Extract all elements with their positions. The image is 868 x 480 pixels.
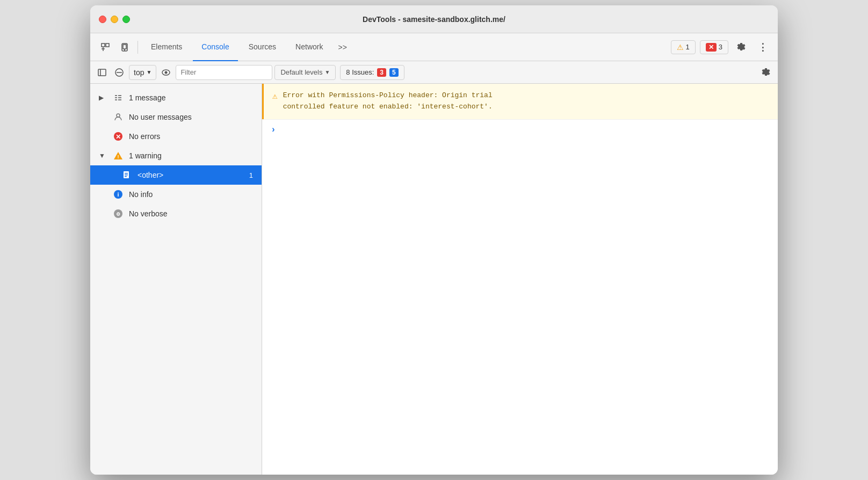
sidebar-item-verbose[interactable]: ⚙ No verbose: [90, 204, 262, 223]
warning-text: Error with Permissions-Policy header: Or…: [283, 90, 493, 113]
context-label: top: [134, 68, 144, 77]
warning-icon: !: [113, 150, 124, 161]
file-icon: [121, 170, 132, 180]
error-count: 3: [719, 43, 722, 51]
console-settings-button[interactable]: [758, 65, 773, 80]
chevron-down-icon-levels: ▼: [324, 69, 330, 75]
more-menu-button[interactable]: ⋮: [754, 39, 771, 56]
warning-count: 1: [686, 43, 690, 51]
list-icon: [113, 92, 124, 103]
svg-rect-27: [125, 176, 127, 177]
errors-label: No errors: [129, 132, 253, 141]
svg-rect-25: [125, 173, 128, 174]
expand-icon-warnings: ▼: [99, 152, 107, 159]
other-count: 1: [249, 171, 253, 179]
settings-button[interactable]: [733, 39, 750, 56]
tab-elements[interactable]: Elements: [142, 33, 191, 61]
tab-sources[interactable]: Sources: [240, 33, 285, 61]
svg-rect-26: [125, 174, 128, 176]
svg-text:!: !: [118, 154, 119, 159]
info-icon: i: [113, 189, 124, 200]
other-label: <other>: [138, 171, 244, 179]
svg-text:✕: ✕: [115, 133, 121, 141]
console-output: ⚠ Error with Permissions-Policy header: …: [262, 84, 778, 475]
prompt-arrow-icon: ›: [271, 125, 276, 135]
error-badge-btn[interactable]: ✕ 3: [700, 40, 728, 54]
verbose-icon: ⚙: [113, 208, 124, 219]
main-toolbar: Elements Console Sources Network >> ⚠ 1 …: [90, 33, 778, 61]
warning-icon: ⚠: [677, 43, 684, 52]
issues-label: 8 Issues:: [346, 68, 374, 76]
sidebar-item-messages[interactable]: ▶ 1 message: [90, 88, 262, 107]
issues-button[interactable]: 8 Issues: 3 5: [340, 65, 404, 80]
live-expression-button[interactable]: [158, 65, 173, 80]
warning-triangle-icon: ⚠: [272, 91, 278, 101]
sidebar-item-other[interactable]: <other> 1: [90, 165, 262, 185]
svg-rect-5: [123, 45, 126, 49]
device-icon[interactable]: [116, 39, 133, 56]
sidebar-item-info[interactable]: i No info: [90, 185, 262, 204]
messages-label: 1 message: [129, 93, 253, 102]
more-icon: ⋮: [758, 41, 768, 53]
console-toolbar: top ▼ Default levels ▼ 8 Issues: 3 5: [90, 61, 778, 84]
info-label: No info: [129, 190, 253, 199]
close-button[interactable]: [99, 16, 106, 23]
toolbar-divider: [138, 41, 138, 54]
tab-console[interactable]: Console: [193, 33, 237, 61]
chevron-down-icon: ▼: [146, 69, 151, 75]
devtools-window: DevTools - samesite-sandbox.glitch.me/ E…: [90, 5, 778, 475]
sidebar-toggle-button[interactable]: [95, 65, 110, 80]
inspect-icon[interactable]: [97, 39, 114, 56]
traffic-lights: [99, 16, 130, 23]
clear-console-button[interactable]: [112, 65, 127, 80]
filter-input[interactable]: [176, 65, 272, 80]
tab-network[interactable]: Network: [287, 33, 331, 61]
log-levels-dropdown[interactable]: Default levels ▼: [274, 65, 336, 80]
user-messages-label: No user messages: [129, 113, 253, 121]
issues-error-count: 3: [377, 68, 386, 77]
main-content: ▶ 1 message: [90, 84, 778, 475]
svg-point-19: [117, 114, 120, 117]
minimize-button[interactable]: [111, 16, 118, 23]
svg-point-6: [125, 49, 125, 50]
svg-text:i: i: [117, 191, 119, 198]
console-warning-entry[interactable]: ⚠ Error with Permissions-Policy header: …: [262, 84, 778, 119]
verbose-label: No verbose: [129, 209, 253, 218]
expand-icon-messages: ▶: [99, 94, 107, 101]
sidebar-item-errors[interactable]: ✕ No errors: [90, 127, 262, 146]
sidebar-item-warnings[interactable]: ▼ ! 1 warning: [90, 146, 262, 165]
issues-info-count: 5: [389, 68, 399, 77]
error-icon: ✕: [706, 43, 717, 52]
context-dropdown[interactable]: top ▼: [129, 65, 156, 80]
window-title: DevTools - samesite-sandbox.glitch.me/: [363, 15, 505, 24]
tab-more[interactable]: >>: [334, 33, 351, 61]
svg-point-12: [165, 71, 168, 74]
toolbar-right: ⚠ 1 ✕ 3 ⋮: [671, 39, 771, 56]
error-icon: ✕: [113, 131, 124, 142]
console-prompt-area[interactable]: ›: [262, 119, 778, 140]
warning-badge-btn[interactable]: ⚠ 1: [671, 40, 696, 54]
maximize-button[interactable]: [122, 16, 130, 23]
console-sidebar: ▶ 1 message: [90, 84, 262, 475]
svg-rect-0: [102, 43, 105, 47]
titlebar: DevTools - samesite-sandbox.glitch.me/: [90, 5, 778, 33]
sidebar-item-user-messages[interactable]: No user messages: [90, 107, 262, 127]
user-icon: [113, 112, 124, 122]
warnings-label: 1 warning: [129, 151, 253, 160]
svg-text:⚙: ⚙: [116, 212, 120, 217]
log-levels-label: Default levels: [280, 68, 322, 76]
svg-rect-7: [98, 69, 106, 76]
svg-rect-1: [106, 43, 109, 47]
